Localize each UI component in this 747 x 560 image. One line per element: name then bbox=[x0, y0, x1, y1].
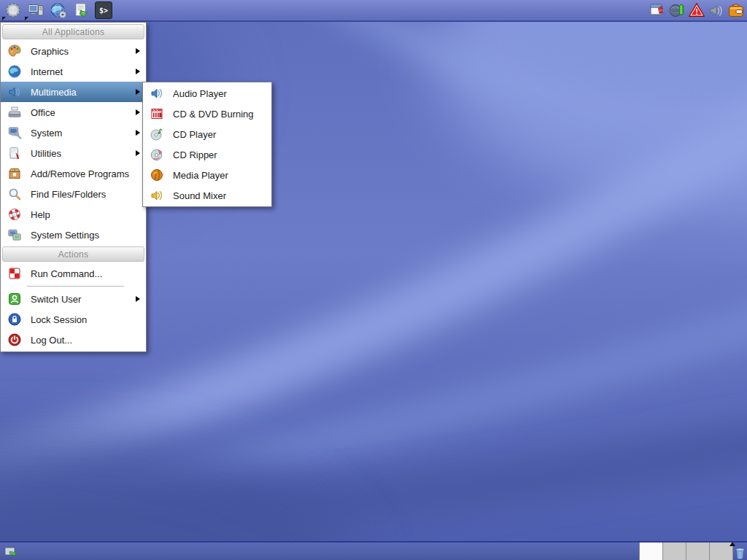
menu-item-cd-dvd-burning[interactable]: CD & DVD Burning bbox=[143, 104, 271, 124]
menu-separator bbox=[27, 286, 124, 287]
taskbar-panel bbox=[0, 541, 747, 560]
palette-icon bbox=[7, 43, 23, 59]
menu-item-label: Office bbox=[31, 107, 55, 118]
submenu-arrow-icon bbox=[136, 130, 140, 136]
menu-item-label: CD Ripper bbox=[173, 149, 217, 160]
show-desktop-icon bbox=[4, 545, 18, 559]
package-icon bbox=[7, 166, 23, 182]
menu-item-switch-user[interactable]: Switch User bbox=[1, 289, 146, 309]
computer-icon bbox=[27, 1, 44, 19]
menu-item-cd-player[interactable]: CD Player bbox=[143, 124, 271, 144]
terminal-button[interactable]: $> bbox=[95, 1, 112, 19]
menu-item-label: Log Out... bbox=[31, 335, 72, 346]
menu-indicator-icon bbox=[2, 17, 6, 20]
submenu-arrow-icon bbox=[136, 69, 140, 74]
menu-item-label: Graphics bbox=[31, 46, 69, 57]
kmenu-button[interactable] bbox=[4, 1, 22, 19]
menu-item-label: Audio Player bbox=[173, 88, 227, 99]
menu-item-label: Multimedia bbox=[31, 87, 77, 98]
menu-item-label: Media Player bbox=[173, 170, 228, 181]
wallet-icon[interactable] bbox=[727, 1, 745, 19]
menu-item-graphics[interactable]: Graphics bbox=[1, 41, 146, 61]
menu-item-label: Lock Session bbox=[31, 314, 87, 325]
lock-icon bbox=[7, 311, 23, 327]
logout-icon bbox=[7, 332, 23, 348]
speaker-blue-icon bbox=[7, 84, 23, 100]
menu-item-label: Internet bbox=[31, 66, 63, 77]
menu-item-cd-ripper[interactable]: CD Ripper bbox=[143, 144, 271, 165]
my-computer-button[interactable] bbox=[27, 1, 44, 19]
menu-item-help[interactable]: Help bbox=[1, 204, 146, 225]
menu-item-system-settings[interactable]: System Settings bbox=[1, 225, 146, 245]
system-monitor-icon bbox=[7, 125, 23, 141]
warning-triangle-icon[interactable]: ! bbox=[688, 1, 705, 19]
web-browser-button[interactable] bbox=[50, 1, 67, 19]
clipboard-gift-icon[interactable] bbox=[649, 1, 666, 19]
submenu-arrow-icon bbox=[136, 48, 140, 54]
multimedia-submenu-popup: Audio Player CD & DVD Burning CD Player bbox=[142, 82, 272, 207]
menu-item-office[interactable]: Office bbox=[1, 102, 146, 122]
settings-monitors-icon bbox=[7, 227, 23, 243]
menu-item-label: Run Command... bbox=[31, 268, 102, 279]
menu-item-multimedia[interactable]: Multimedia bbox=[1, 82, 146, 102]
pager-desktop-1[interactable] bbox=[640, 542, 663, 560]
globe-icon bbox=[7, 63, 23, 79]
menu-item-label: CD & DVD Burning bbox=[173, 109, 254, 120]
pager-desktop-2[interactable] bbox=[663, 542, 686, 560]
speaker-gray-icon[interactable] bbox=[708, 1, 725, 19]
media-ball-icon bbox=[149, 167, 165, 183]
menu-indicator-icon bbox=[25, 17, 28, 20]
submenu-arrow-icon bbox=[136, 150, 140, 156]
menu-item-add-remove-programs[interactable]: Add/Remove Programs bbox=[1, 163, 146, 184]
k3b-burning-icon bbox=[149, 106, 165, 122]
menu-item-media-player[interactable]: Media Player bbox=[143, 165, 271, 185]
desktop-pager bbox=[639, 542, 733, 560]
submenu-arrow-icon bbox=[136, 109, 140, 115]
menu-section-header-all-applications: All Applications bbox=[2, 24, 144, 39]
menu-item-label: Utilities bbox=[31, 148, 61, 159]
menu-item-label: Add/Remove Programs bbox=[31, 168, 129, 179]
document-green-icon bbox=[72, 1, 90, 19]
lifebuoy-icon bbox=[7, 206, 23, 222]
typewriter-icon bbox=[7, 104, 23, 120]
menu-item-label: Help bbox=[31, 209, 50, 220]
menu-item-label: Switch User bbox=[31, 294, 81, 305]
menu-item-label: CD Player bbox=[173, 129, 216, 140]
kde-menu-icon bbox=[4, 1, 22, 19]
menu-item-log-out[interactable]: Log Out... bbox=[1, 330, 146, 350]
menu-item-sound-mixer[interactable]: Sound Mixer bbox=[143, 185, 271, 206]
menu-item-system[interactable]: System bbox=[1, 122, 146, 143]
menu-item-label: Sound Mixer bbox=[173, 190, 226, 201]
cd-ripper-icon bbox=[149, 147, 165, 163]
top-panel: $> ! bbox=[0, 0, 747, 22]
speaker-blue-icon bbox=[149, 85, 165, 101]
show-desktop-button[interactable] bbox=[4, 545, 18, 559]
menu-section-header-actions: Actions bbox=[2, 246, 144, 262]
section-header-label: All Applications bbox=[42, 27, 105, 37]
section-header-label: Actions bbox=[58, 249, 88, 260]
terminal-prompt-glyph: $> bbox=[99, 7, 108, 15]
cd-note-icon bbox=[149, 126, 165, 142]
menu-item-label: System bbox=[31, 128, 62, 139]
submenu-arrow-icon bbox=[136, 89, 140, 95]
pager-desktop-3[interactable] bbox=[686, 542, 710, 560]
menu-item-audio-player[interactable]: Audio Player bbox=[143, 83, 271, 104]
trash-applet[interactable] bbox=[733, 545, 747, 560]
speaker-gold-icon bbox=[149, 187, 165, 203]
menu-item-utilities[interactable]: Utilities bbox=[1, 143, 146, 163]
documents-button[interactable] bbox=[72, 1, 90, 19]
system-tray: ! bbox=[649, 1, 747, 19]
menu-item-lock-session[interactable]: Lock Session bbox=[1, 309, 146, 330]
menu-item-find-files-folders[interactable]: Find Files/Folders bbox=[1, 184, 146, 204]
utilities-icon bbox=[7, 145, 23, 161]
magnifier-icon bbox=[7, 186, 23, 202]
run-command-icon bbox=[7, 265, 23, 281]
kmenu-popup: All Applications Graphics Internet bbox=[0, 22, 147, 352]
globe-battery-icon[interactable] bbox=[668, 1, 686, 19]
submenu-arrow-icon bbox=[136, 296, 140, 302]
switch-user-icon bbox=[7, 291, 23, 307]
menu-item-run-command[interactable]: Run Command... bbox=[1, 263, 146, 284]
warning-glyph: ! bbox=[695, 7, 698, 16]
trash-icon bbox=[733, 545, 747, 560]
menu-item-internet[interactable]: Internet bbox=[1, 61, 146, 82]
